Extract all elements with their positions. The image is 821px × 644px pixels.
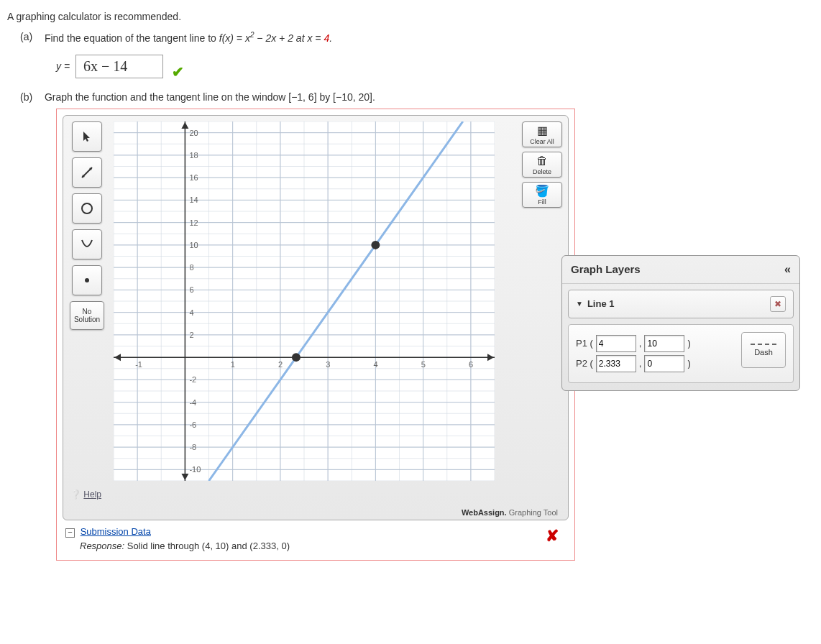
correct-check-icon: ✔ (172, 63, 184, 80)
graph-layers-panel: Graph Layers « ▼ Line 1 ✖ P1 ( , ) P2 ( (561, 255, 800, 391)
branding-text: WebAssign. Graphing Tool (462, 508, 558, 517)
graph-canvas[interactable]: -1123456-10-8-6-4-22468101214161820 (114, 121, 495, 481)
trash-icon: 🗑 (523, 155, 561, 167)
y-equals: y = (56, 60, 70, 72)
svg-text:-8: -8 (189, 443, 196, 451)
submission-block: − Submission Data Response: Solid line t… (65, 526, 566, 551)
circle-tool[interactable] (72, 193, 102, 224)
graph-container: No Solution ▦Clear All 🗑Delete 🪣Fill -11… (56, 109, 575, 561)
svg-text:4: 4 (373, 360, 377, 369)
fill-button[interactable]: 🪣Fill (522, 182, 562, 208)
svg-text:-1: -1 (135, 360, 142, 369)
svg-point-3 (82, 203, 92, 213)
tool-palette: No Solution (69, 121, 105, 330)
svg-text:-10: -10 (189, 465, 201, 474)
delete-button[interactable]: 🗑Delete (522, 152, 562, 178)
svg-text:6: 6 (189, 285, 193, 294)
collapse-panel-icon[interactable]: « (784, 263, 791, 276)
collapse-toggle-icon[interactable]: − (65, 528, 75, 538)
svg-text:-4: -4 (189, 397, 196, 406)
intro-text: A graphing calculator is recommended. (7, 11, 814, 22)
part-b: (b) Graph the function and the tangent l… (20, 91, 814, 561)
svg-marker-82 (181, 474, 188, 480)
response-text: Response: Solid line through (4, 10) and… (80, 540, 566, 551)
svg-text:-2: -2 (189, 375, 196, 384)
p1-x-input[interactable] (596, 335, 636, 352)
svg-point-105 (371, 241, 380, 249)
parabola-tool[interactable] (72, 229, 102, 259)
remove-layer-button[interactable]: ✖ (770, 296, 786, 312)
layer-label: Line 1 (587, 298, 615, 309)
part-a-label: (a) (20, 31, 42, 42)
svg-text:2: 2 (189, 331, 193, 339)
point-tool[interactable] (72, 265, 102, 295)
svg-marker-80 (114, 354, 121, 361)
clear-all-button[interactable]: ▦Clear All (522, 121, 562, 147)
svg-text:8: 8 (189, 263, 193, 272)
svg-text:2: 2 (278, 360, 283, 369)
layers-title: Graph Layers (571, 263, 641, 275)
pointer-tool[interactable] (72, 121, 102, 152)
svg-text:3: 3 (326, 360, 330, 369)
p2-x-input[interactable] (596, 355, 636, 372)
p1-y-input[interactable] (644, 335, 684, 352)
svg-text:18: 18 (189, 151, 198, 160)
svg-text:1: 1 (231, 360, 235, 369)
submission-data-link[interactable]: Submission Data (81, 526, 151, 537)
help-icon: ❔ (70, 489, 81, 500)
svg-text:20: 20 (189, 128, 198, 137)
incorrect-x-icon: ✘ (546, 527, 559, 546)
svg-marker-79 (487, 354, 494, 361)
clear-all-icon: ▦ (523, 125, 561, 137)
part-a: (a) Find the equation of the tangent lin… (20, 31, 814, 78)
line-tool[interactable] (72, 157, 102, 188)
svg-text:16: 16 (189, 173, 198, 182)
no-solution-button[interactable]: No Solution (70, 301, 104, 330)
svg-text:5: 5 (421, 360, 426, 369)
dash-line-icon (751, 344, 776, 345)
svg-point-106 (292, 353, 301, 362)
p2-y-input[interactable] (644, 355, 684, 372)
graph-panel: No Solution ▦Clear All 🗑Delete 🪣Fill -11… (63, 115, 569, 520)
svg-text:12: 12 (189, 218, 198, 226)
svg-text:14: 14 (189, 196, 198, 204)
caret-down-icon: ▼ (576, 300, 583, 308)
layer-line-1[interactable]: ▼ Line 1 ✖ (568, 290, 794, 318)
svg-text:6: 6 (469, 360, 473, 369)
svg-text:-6: -6 (189, 420, 196, 429)
part-b-label: (b) (20, 91, 42, 103)
part-a-text: Find the equation of the tangent line to… (45, 32, 332, 44)
answer-input[interactable]: 6x − 14 (75, 55, 163, 78)
p2-row: P2 ( , ) (576, 355, 731, 372)
svg-text:4: 4 (189, 308, 193, 316)
svg-text:10: 10 (189, 241, 198, 249)
help-link[interactable]: ❔ Help (70, 489, 101, 500)
action-palette: ▦Clear All 🗑Delete 🪣Fill (522, 121, 562, 208)
fill-icon: 🪣 (523, 185, 561, 197)
svg-marker-81 (181, 122, 188, 129)
part-b-text: Graph the function and the tangent line … (45, 91, 375, 103)
p1-row: P1 ( , ) (576, 335, 731, 352)
dash-style-button[interactable]: Dash (741, 332, 786, 368)
svg-point-4 (85, 278, 89, 282)
layer-coords: P1 ( , ) P2 ( , ) Dash (568, 324, 794, 383)
